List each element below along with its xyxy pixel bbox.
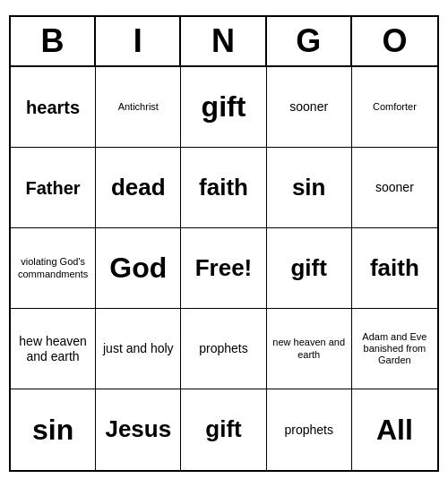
cell-text: Father xyxy=(26,177,81,199)
cell-text: God xyxy=(109,251,167,285)
cell-text: gift xyxy=(202,90,246,124)
cell-r3-c4: Adam and Eve banished from Garden xyxy=(352,309,437,389)
cell-r2-c1: God xyxy=(96,228,181,309)
cell-text: Adam and Eve banished from Garden xyxy=(356,331,434,367)
cell-r1-c0: Father xyxy=(11,148,96,228)
cell-text: hearts xyxy=(26,97,80,118)
cell-text: sooner xyxy=(289,99,328,115)
cell-r3-c1: just and holy xyxy=(96,309,181,389)
cell-r0-c2: gift xyxy=(181,67,266,148)
cell-r0-c0: hearts xyxy=(11,67,96,148)
header-letter: B xyxy=(11,17,96,65)
header-letter: I xyxy=(96,17,181,65)
cell-r3-c2: prophets xyxy=(181,309,266,389)
bingo-grid: heartsAntichristgiftsoonerComforterFathe… xyxy=(11,67,437,470)
cell-r1-c2: faith xyxy=(181,148,266,228)
cell-r0-c1: Antichrist xyxy=(96,67,181,148)
cell-text: hew heaven and earth xyxy=(14,334,91,364)
cell-text: gift xyxy=(290,254,326,282)
cell-text: Free! xyxy=(195,254,253,282)
header-letter: G xyxy=(267,17,352,65)
cell-text: faith xyxy=(370,254,419,282)
cell-text: Comforter xyxy=(373,101,417,113)
header-letter: O xyxy=(352,17,437,65)
cell-text: prophets xyxy=(199,341,247,356)
cell-r1-c3: sin xyxy=(267,148,352,228)
cell-r2-c3: gift xyxy=(267,228,352,309)
cell-text: Antichrist xyxy=(118,101,159,113)
cell-text: sooner xyxy=(375,180,414,195)
cell-text: dead xyxy=(111,174,166,201)
cell-r2-c2: Free! xyxy=(181,228,266,309)
cell-r2-c4: faith xyxy=(352,228,437,309)
cell-text: Jesus xyxy=(105,415,171,443)
cell-r0-c3: sooner xyxy=(267,67,352,148)
cell-r3-c0: hew heaven and earth xyxy=(11,309,96,389)
header-letter: N xyxy=(181,17,266,65)
bingo-card: BINGO heartsAntichristgiftsoonerComforte… xyxy=(9,15,439,472)
cell-text: prophets xyxy=(284,423,332,438)
cell-text: sin xyxy=(32,413,73,447)
cell-r4-c3: prophets xyxy=(267,389,352,470)
cell-text: sin xyxy=(292,174,326,201)
cell-r1-c4: sooner xyxy=(352,148,437,228)
cell-r0-c4: Comforter xyxy=(352,67,437,148)
cell-text: faith xyxy=(199,174,248,201)
cell-r4-c1: Jesus xyxy=(96,389,181,470)
cell-r4-c0: sin xyxy=(11,389,96,470)
cell-text: just and holy xyxy=(103,341,174,356)
cell-r3-c3: new heaven and earth xyxy=(267,309,352,389)
cell-text: violating God's commandments xyxy=(14,256,91,279)
cell-text: gift xyxy=(205,415,241,443)
cell-r2-c0: violating God's commandments xyxy=(11,228,96,309)
cell-r1-c1: dead xyxy=(96,148,181,228)
bingo-header: BINGO xyxy=(11,17,437,67)
cell-r4-c4: All xyxy=(352,389,437,470)
cell-text: new heaven and earth xyxy=(271,337,348,360)
cell-r4-c2: gift xyxy=(181,389,266,470)
cell-text: All xyxy=(376,413,413,447)
